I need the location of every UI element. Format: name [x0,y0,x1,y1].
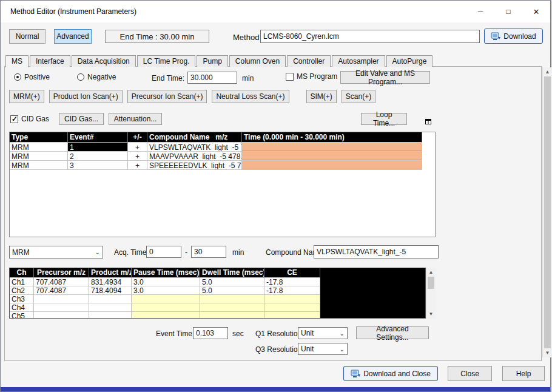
close-icon-button[interactable]: ✕ [522,1,550,22]
neutral-loss-scan-button[interactable]: Neutral Loss Scan(+) [212,90,289,103]
cell-product[interactable]: 718.4094 [89,286,132,295]
attenuation-button[interactable]: Attenuation... [109,113,162,125]
cell-event[interactable]: 1 [68,143,128,152]
cell-dwell[interactable] [200,312,264,319]
scrollbar-thumb[interactable] [544,76,551,348]
ms-program-checkbox[interactable]: MS Program [286,72,337,81]
cell-polarity[interactable]: + [128,143,147,152]
cell-ch[interactable]: Ch5 [10,312,34,319]
cell-pause[interactable] [132,303,200,312]
cell-type[interactable]: MRM [10,152,68,161]
help-button[interactable]: Help [502,366,545,381]
channel-row[interactable]: Ch5 [10,312,425,319]
tab-autopurge[interactable]: AutoPurge [386,55,433,67]
cell-type[interactable]: MRM [10,143,68,152]
edit-valve-ms-program-button[interactable]: Edit Valve and MS Program... [340,71,430,84]
advanced-settings-button[interactable]: Advanced Settings... [356,326,429,339]
cell-compound[interactable]: MAAVPVAAAR_light_-5 478.77 [147,152,242,161]
normal-button[interactable]: Normal [9,29,45,44]
scan-mode-select[interactable]: MRM ⌄ [9,246,103,259]
cell-product[interactable] [89,295,132,303]
compound-name-input[interactable] [314,245,439,259]
event-row[interactable]: MRM 1 + VLPSWLTAQVATK_light_-5 70 [10,143,435,152]
cell-polarity[interactable]: + [128,161,147,170]
negative-radio[interactable]: Negative [77,73,116,81]
cell-time[interactable] [242,152,422,161]
product-ion-scan-button[interactable]: Product Ion Scan(+) [49,90,123,103]
cell-ch[interactable]: Ch4 [10,303,34,312]
event-time-input[interactable] [193,327,228,339]
download-and-close-button[interactable]: Download and Close [343,366,438,381]
table-icon[interactable] [425,119,431,124]
cell-ce[interactable]: -17.8 [264,286,320,295]
cell-type[interactable]: MRM [10,161,68,170]
tab-data-acquisition[interactable]: Data Acquisition [72,55,136,67]
tab-pump[interactable]: Pump [197,55,227,67]
q3-resolution-select[interactable]: Unit ⌄ [298,343,348,355]
acq-end-input[interactable] [191,246,226,258]
channel-row[interactable]: Ch4 [10,303,425,312]
main-scrollbar[interactable]: ▲ ▼ [542,67,552,357]
close-button[interactable]: Close [448,366,492,381]
cell-compound[interactable]: VLPSWLTAQVATK_light_-5 70 [147,143,242,152]
end-time-input[interactable] [187,72,237,84]
cell-pause[interactable]: 3.0 [132,278,200,286]
acq-start-input[interactable] [146,246,181,258]
cell-product[interactable]: 831.4934 [89,278,132,286]
cell-ce[interactable] [264,303,320,312]
cell-event[interactable]: 3 [68,161,128,170]
cell-precursor[interactable] [34,303,89,312]
tab-ms[interactable]: MS [5,55,29,67]
cell-precursor[interactable]: 707.4087 [34,278,89,286]
channel-row[interactable]: Ch1 707.4087 831.4934 3.0 5.0 -17.8 [10,278,425,286]
scan-button[interactable]: Scan(+) [342,90,375,103]
channel-row[interactable]: Ch2 707.4087 718.4094 3.0 5.0 -17.8 [10,286,425,295]
method-input[interactable] [260,30,480,43]
cell-ce[interactable] [264,312,320,319]
cell-dwell[interactable] [200,295,264,303]
channel-row[interactable]: Ch3 [10,295,425,303]
event-row[interactable]: MRM 2 + MAAVPVAAAR_light_-5 478.77 [10,152,435,161]
cell-pause[interactable] [132,312,200,319]
sim-button[interactable]: SIM(+) [306,90,337,103]
scroll-down-icon[interactable]: ▼ [426,309,436,319]
cell-ch[interactable]: Ch1 [10,278,34,286]
cell-ch[interactable]: Ch3 [10,295,34,303]
cell-precursor[interactable] [34,312,89,319]
cell-dwell[interactable]: 5.0 [200,278,264,286]
cell-precursor[interactable] [34,295,89,303]
cid-gas-button[interactable]: CID Gas... [59,113,104,125]
cell-polarity[interactable]: + [128,152,147,161]
cell-compound[interactable]: SPEEEEEEDVLK_light_-5 716. [147,161,242,170]
scrollbar-track[interactable] [426,277,436,309]
cell-event[interactable]: 2 [68,152,128,161]
cell-precursor[interactable]: 707.4087 [34,286,89,295]
cell-ce[interactable] [264,295,320,303]
scroll-up-icon[interactable]: ▲ [426,268,436,277]
tab-controller[interactable]: Controller [287,55,331,67]
scroll-up-icon[interactable]: ▲ [543,67,552,76]
cell-time[interactable] [242,143,422,152]
cell-product[interactable] [89,303,132,312]
tab-column-oven[interactable]: Column Oven [229,55,286,67]
cell-ch[interactable]: Ch2 [10,286,34,295]
maximize-button[interactable]: □ [494,1,522,22]
event-row[interactable]: MRM 3 + SPEEEEEEDVLK_light_-5 716. [10,161,435,170]
download-button[interactable]: Download [484,29,543,44]
cell-pause[interactable]: 3.0 [132,286,200,295]
cell-dwell[interactable]: 5.0 [200,286,264,295]
cell-dwell[interactable] [200,303,264,312]
tab-interface[interactable]: Interface [30,55,70,67]
minimize-button[interactable]: ─ [466,1,494,22]
q1-resolution-select[interactable]: Unit ⌄ [298,327,348,339]
channel-table-scrollbar[interactable]: ▲ ▼ [426,268,436,319]
mrm-button[interactable]: MRM(+) [9,90,44,103]
cell-ce[interactable]: -17.8 [264,278,320,286]
loop-time-button[interactable]: Loop Time... [361,113,407,125]
tab-lc-time-prog[interactable]: LC Time Prog. [137,55,196,67]
precursor-ion-scan-button[interactable]: Precursor Ion Scan(+) [127,90,207,103]
cid-gas-checkbox[interactable]: CID Gas [10,115,49,123]
scrollbar-thumb[interactable] [428,277,434,289]
advanced-button[interactable]: Advanced [54,29,92,44]
scrollbar-track[interactable] [543,76,552,348]
